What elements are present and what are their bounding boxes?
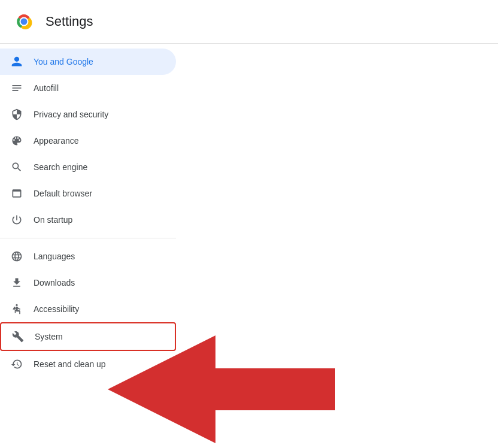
sidebar-item-reset[interactable]: Reset and clean up [0, 351, 176, 377]
accessibility-icon [10, 302, 24, 316]
sidebar-item-appearance[interactable]: Appearance [0, 128, 176, 154]
globe-icon [10, 249, 24, 264]
sidebar-item-label: You and Google [34, 57, 93, 66]
sidebar-item-accessibility[interactable]: Accessibility [0, 296, 176, 322]
sidebar-item-label: Appearance [34, 136, 79, 146]
sidebar-item-label: Privacy and security [34, 110, 108, 119]
svg-point-4 [21, 19, 28, 25]
sidebar-item-label: Languages [34, 252, 75, 261]
sidebar-item-label: Autofill [34, 83, 59, 93]
person-icon [10, 55, 24, 69]
sidebar-item-label: Accessibility [34, 304, 79, 314]
sidebar-item-label: Downloads [34, 278, 75, 287]
sidebar-item-search-engine[interactable]: Search engine [0, 154, 176, 180]
browser-icon [10, 186, 24, 201]
page-title: Settings [45, 14, 93, 29]
sidebar: You and Google Autofill Privacy and secu… [0, 44, 186, 377]
sidebar-item-languages[interactable]: Languages [0, 243, 176, 270]
autofill-icon [10, 81, 24, 95]
reset-icon [10, 357, 24, 371]
sidebar-item-label: Reset and clean up [34, 359, 106, 369]
chrome-logo [12, 10, 36, 34]
sidebar-item-label: System [35, 332, 63, 341]
sidebar-item-label: On startup [34, 215, 72, 225]
search-icon [10, 160, 24, 174]
palette-icon [10, 134, 24, 148]
power-icon [10, 213, 24, 227]
sidebar-item-privacy-security[interactable]: Privacy and security [0, 101, 176, 128]
header: Settings [0, 0, 498, 44]
sidebar-item-on-startup[interactable]: On startup [0, 207, 176, 233]
sidebar-item-downloads[interactable]: Downloads [0, 270, 176, 296]
sidebar-item-label: Default browser [34, 189, 92, 198]
sidebar-item-system[interactable]: System [0, 322, 176, 351]
sidebar-item-label: Search engine [34, 162, 87, 172]
sidebar-item-default-browser[interactable]: Default browser [0, 180, 176, 207]
shield-icon [10, 107, 24, 122]
sidebar-item-autofill[interactable]: Autofill [0, 75, 176, 101]
download-icon [10, 276, 24, 290]
sidebar-divider [0, 238, 176, 238]
sidebar-item-you-and-google[interactable]: You and Google [0, 49, 176, 75]
wrench-icon [11, 329, 25, 344]
svg-point-5 [16, 304, 17, 306]
